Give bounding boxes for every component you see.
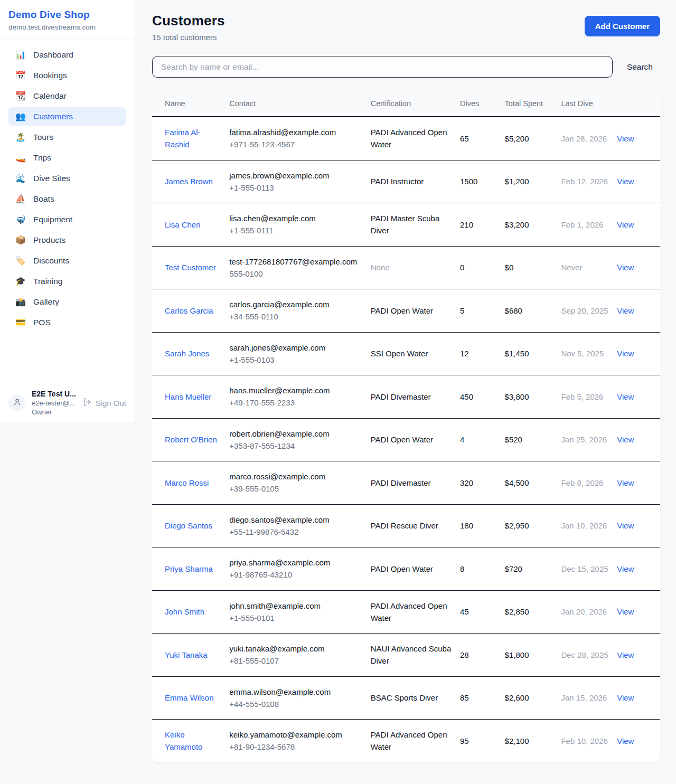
sidebar-item-customers[interactable]: 👥 Customers (8, 107, 126, 126)
customer-total-spent: $720 (505, 547, 561, 591)
customer-dives: 5 (460, 289, 505, 333)
table-row: Lisa Chen lisa.chen@example.com +1-555-0… (152, 203, 660, 247)
customer-last-dive: Feb 10, 2026 (561, 720, 617, 762)
view-customer-link[interactable]: View (617, 478, 634, 487)
search-row: Search (152, 56, 660, 78)
customer-last-dive: Jan 28, 2026 (561, 117, 617, 160)
view-customer-link[interactable]: View (617, 349, 634, 358)
customer-phone: +971-55-123-4567 (229, 138, 363, 150)
customer-phone: +81-90-1234-5678 (229, 741, 363, 753)
customer-name-link[interactable]: Hans Mueller (165, 392, 211, 401)
view-customer-link[interactable]: View (617, 306, 634, 315)
column-header-total-spent: Total Spent (505, 91, 561, 117)
sidebar-item-equipment[interactable]: 🤿 Equipment (8, 210, 126, 229)
sidebar-item-calendar[interactable]: 📆 Calendar (8, 87, 126, 105)
column-header-name: Name (152, 91, 229, 117)
customer-name-link[interactable]: Emma Wilson (165, 693, 214, 702)
sidebar-item-dashboard[interactable]: 📊 Dashboard (8, 45, 126, 64)
sidebar-item-tours[interactable]: 🏝️ Tours (8, 128, 126, 146)
customer-email: robert.obrien@example.com (229, 428, 363, 440)
customer-name-link[interactable]: Diego Santos (165, 521, 212, 530)
column-header-dives: Dives (460, 91, 505, 117)
table-row: Hans Mueller hans.mueller@example.com +4… (152, 375, 660, 419)
table-row: Yuki Tanaka yuki.tanaka@example.com +81-… (152, 634, 660, 677)
customer-phone: +91-98765-43210 (229, 569, 363, 581)
trips-icon: 🚤 (15, 153, 26, 163)
view-customer-link[interactable]: View (617, 650, 634, 659)
table-row: Diego Santos diego.santos@example.com +5… (152, 504, 660, 547)
table-row: Robert O'Brien robert.obrien@example.com… (152, 418, 660, 461)
sidebar-item-dive-sites[interactable]: 🌊 Dive Sites (8, 169, 126, 187)
pos-icon: 💳 (15, 317, 26, 327)
sidebar-item-products[interactable]: 📦 Products (8, 231, 126, 249)
customer-dives: 65 (460, 117, 505, 160)
customer-name-link[interactable]: James Brown (165, 177, 213, 186)
view-customer-link[interactable]: View (617, 607, 634, 616)
add-customer-button[interactable]: Add Customer (585, 16, 660, 36)
sidebar-item-boats[interactable]: ⛵ Boats (8, 190, 126, 208)
view-customer-link[interactable]: View (617, 177, 634, 186)
customer-last-dive: Jan 15, 2026 (561, 676, 617, 720)
customer-name-link[interactable]: Test Customer (165, 263, 216, 272)
sidebar-item-discounts[interactable]: 🏷️ Discounts (8, 251, 126, 270)
table-row: Test Customer test-1772681807767@example… (152, 246, 660, 289)
customer-name-link[interactable]: Yuki Tanaka (165, 650, 208, 659)
user-email: e2e-tester@... (32, 399, 76, 407)
customer-name-link[interactable]: Marco Rossi (165, 478, 209, 487)
user-info: E2E Test U... e2e-tester@... Owner (32, 390, 76, 416)
table-row: Sarah Jones sarah.jones@example.com +1-5… (152, 332, 660, 375)
user-icon (13, 398, 22, 409)
table-row: John Smith john.smith@example.com +1-555… (152, 590, 660, 634)
customer-email: yuki.tanaka@example.com (229, 643, 363, 655)
equipment-icon: 🤿 (15, 214, 26, 224)
view-customer-link[interactable]: View (617, 263, 634, 272)
view-customer-link[interactable]: View (617, 134, 634, 143)
customer-name-link[interactable]: Carlos Garcia (165, 306, 213, 315)
customer-email: emma.wilson@example.com (229, 686, 363, 698)
sign-out-button[interactable]: Sign Out (83, 398, 126, 408)
customer-dives: 28 (460, 634, 505, 677)
view-customer-link[interactable]: View (617, 392, 634, 401)
customer-total-spent: $520 (505, 418, 561, 461)
sidebar-item-bookings[interactable]: 📅 Bookings (8, 66, 126, 84)
customer-total-spent: $3,800 (505, 375, 561, 419)
customer-certification: PADI Advanced Open Water (371, 117, 460, 160)
shop-subdomain: demo.test.divestreams.com (8, 23, 126, 31)
customer-dives: 12 (460, 332, 505, 375)
customer-name-link[interactable]: Lisa Chen (165, 220, 201, 229)
customer-name-link[interactable]: Keiko Yamamoto (165, 730, 202, 751)
customer-certification: PADI Rescue Diver (371, 504, 460, 547)
customer-certification: NAUI Advanced Scuba Diver (371, 634, 460, 677)
customer-email: priya.sharma@example.com (229, 556, 363, 569)
sidebar-item-pos[interactable]: 💳 POS (8, 313, 126, 332)
sidebar-item-gallery[interactable]: 📸 Gallery (8, 292, 126, 311)
customer-total-spent: $2,850 (505, 590, 561, 634)
customer-name-link[interactable]: John Smith (165, 607, 204, 616)
sidebar-item-training[interactable]: 🎓 Training (8, 272, 126, 290)
view-customer-link[interactable]: View (617, 736, 634, 745)
customer-phone: +81-555-0107 (229, 655, 363, 667)
customer-name-link[interactable]: Priya Sharma (165, 564, 213, 573)
customer-certification: PADI Divemaster (371, 461, 460, 505)
customer-total-spent: $0 (505, 246, 561, 289)
view-customer-link[interactable]: View (617, 220, 634, 229)
products-icon: 📦 (15, 235, 26, 245)
page-header: Customers 15 total customers Add Custome… (152, 13, 660, 42)
table-row: Keiko Yamamoto keiko.yamamoto@example.co… (152, 720, 660, 762)
sidebar-item-trips[interactable]: 🚤 Trips (8, 148, 126, 167)
customer-name-link[interactable]: Robert O'Brien (165, 435, 217, 444)
customer-name-link[interactable]: Fatima Al-Rashid (165, 128, 201, 149)
view-customer-link[interactable]: View (617, 564, 634, 573)
avatar (8, 394, 25, 411)
search-button[interactable]: Search (627, 62, 653, 72)
customer-phone: +1-555-0113 (229, 182, 363, 194)
customer-last-dive: Never (561, 246, 617, 289)
customer-dives: 8 (460, 547, 505, 591)
view-customer-link[interactable]: View (617, 435, 634, 444)
search-input[interactable] (152, 56, 613, 78)
customer-name-link[interactable]: Sarah Jones (165, 349, 209, 358)
calendar-icon: 📆 (15, 91, 26, 101)
view-customer-link[interactable]: View (617, 693, 634, 702)
customer-certification: BSAC Sports Diver (371, 676, 460, 720)
view-customer-link[interactable]: View (617, 521, 634, 530)
